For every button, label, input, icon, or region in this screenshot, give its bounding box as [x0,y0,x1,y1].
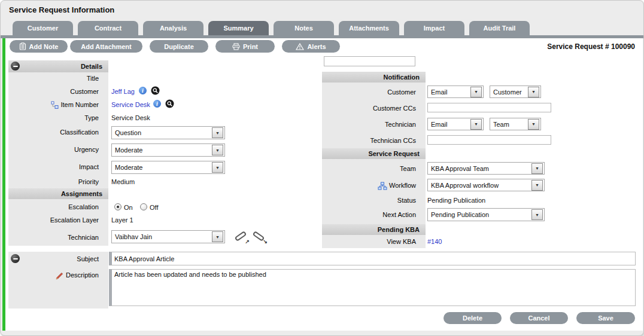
print-label: Print [243,43,258,50]
duplicate-label: Duplicate [164,43,194,50]
tab-attachments[interactable]: Attachments [339,21,399,35]
priority-value: Medium [111,178,135,185]
status-label: Status [322,197,421,204]
technician-ccs-input[interactable] [427,135,551,145]
workflow-label: Workflow [322,182,421,190]
add-attachment-button[interactable]: Add Attachment [70,40,142,53]
chevron-down-icon: ▼ [212,162,223,173]
alerts-button[interactable]: Alerts [282,40,340,53]
technician-value: Vaibhav Jain [112,233,211,240]
item-relationship-icon[interactable] [51,101,59,109]
classification-select[interactable]: Question ▼ [111,126,225,139]
technician-target-select[interactable]: Team ▼ [490,118,541,130]
team-label: Team [322,165,421,172]
customer-info-icon[interactable]: i [139,87,147,94]
escalate-up-icon[interactable]: ↗ [233,231,249,242]
chevron-down-icon: ▼ [531,180,543,191]
tab-summary[interactable]: Summary [208,21,269,35]
notification-label-column [322,72,426,248]
customer-search-icon[interactable] [151,86,160,95]
next-action-select[interactable]: Pending Publication ▼ [427,208,545,221]
note-icon [19,42,26,50]
chevron-down-icon: ▼ [470,87,482,97]
customer-link[interactable]: Jeff Lag [111,88,135,95]
service-request-window: Service Request Information Customer Con… [0,0,644,336]
save-button[interactable]: Save [576,312,635,324]
workflow-label-text: Workflow [389,182,416,189]
description-label: Description [8,271,104,280]
warning-icon [296,43,304,50]
classification-value: Question [112,129,211,136]
chevron-down-icon: ▼ [212,145,223,155]
add-note-button[interactable]: Add Note [10,40,68,53]
customer-method-select[interactable]: Email ▼ [427,85,484,98]
tab-impact[interactable]: Impact [404,21,464,35]
customer-label: Customer [8,88,104,95]
edit-pencil-icon[interactable] [55,271,64,280]
next-action-label: Next Action [322,211,421,218]
chevron-down-icon: ▼ [470,119,482,130]
cancel-button[interactable]: Cancel [510,312,568,324]
item-number-label: Item Number [8,101,104,109]
customer-target-select[interactable]: Customer ▼ [490,85,541,98]
pending-kba-section-header: Pending KBA [322,224,426,235]
cancel-label: Cancel [528,314,549,322]
chevron-down-icon: ▼ [531,163,543,174]
print-button[interactable]: Print [215,40,275,53]
workflow-sitemap-icon[interactable] [378,182,387,190]
delete-button[interactable]: Delete [443,312,502,324]
workflow-select[interactable]: KBA Approval workflow ▼ [427,179,545,191]
escalate-down-icon[interactable]: ↘ [251,231,267,242]
impact-label: Impact [8,163,104,170]
details-collapse-icon[interactable] [11,62,20,71]
tab-analysis[interactable]: Analysis [143,21,203,35]
classification-label: Classification [8,129,104,136]
escalation-label: Escalation [8,203,104,210]
team-select[interactable]: KBA Approval Team ▼ [427,162,545,175]
impact-value: Moderate [112,164,211,171]
customer-method-value: Email [428,88,469,96]
urgency-select[interactable]: Moderate ▼ [111,143,225,157]
description-textarea[interactable] [109,269,636,306]
escalation-on-label: On [124,204,133,211]
notification-section-header: Notification [322,72,426,83]
escalation-layer-label: Escalation Layer [8,216,104,224]
escalation-on-radio[interactable] [114,203,121,210]
item-number-link[interactable]: Service Desk [111,101,150,108]
chevron-down-icon: ▼ [531,209,543,220]
tab-contract[interactable]: Contract [78,21,138,35]
chevron-down-icon: ▼ [212,127,223,138]
priority-label: Priority [8,178,104,185]
status-value: Pending Publication [427,197,485,204]
customer-ccs-input[interactable] [427,103,551,112]
escalation-off-label: Off [150,204,158,211]
notification-technician-label: Technician [322,121,421,128]
technician-target-value: Team [490,121,527,128]
title-label: Title [8,75,104,82]
view-kba-link[interactable]: #140 [427,238,442,245]
save-label: Save [598,314,613,322]
assignments-section-header: Assignments [8,188,108,199]
item-search-icon[interactable] [165,99,174,108]
customer-ccs-label: Customer CCs [322,105,421,112]
item-info-icon[interactable]: i [153,100,161,108]
tab-customer[interactable]: Customer [13,21,73,35]
tab-audit-trail[interactable]: Audit Trail [469,21,530,35]
chevron-down-icon: ▼ [528,87,539,97]
service-request-section-header: Service Request [322,148,426,159]
impact-select[interactable]: Moderate ▼ [111,161,225,174]
tab-notes[interactable]: Notes [274,21,334,35]
urgency-label: Urgency [8,146,104,153]
technician-method-select[interactable]: Email ▼ [427,118,484,130]
escalation-off-radio[interactable] [140,203,147,210]
request-number: Service Request # 100090 [547,42,635,51]
unlabeled-input[interactable] [324,56,415,66]
technician-ccs-label: Technician CCs [322,137,421,144]
add-attachment-label: Add Attachment [81,43,132,50]
description-label-text: Description [66,271,99,279]
urgency-value: Moderate [112,146,211,154]
duplicate-button[interactable]: Duplicate [150,40,208,53]
subject-input[interactable] [109,252,636,265]
technician-select[interactable]: Vaibhav Jain ▼ [111,230,225,243]
status-green-bar [2,38,5,331]
